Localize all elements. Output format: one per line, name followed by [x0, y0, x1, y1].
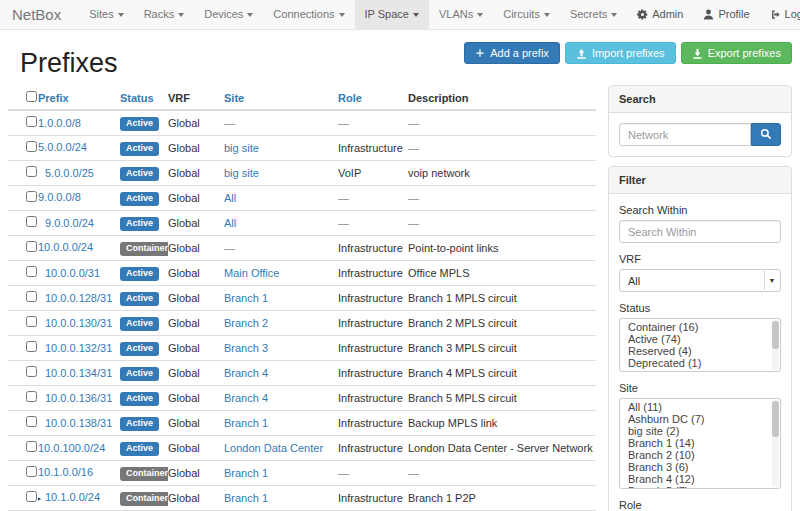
search-input[interactable]	[619, 123, 751, 146]
vrf-cell: Global	[168, 267, 200, 279]
prefix-link[interactable]: 10.0.0.136/31	[45, 392, 112, 404]
site-link[interactable]: Branch 4	[224, 367, 268, 379]
listbox-option[interactable]: Container (16)	[620, 321, 780, 333]
prefix-link[interactable]: 10.0.100.0/24	[38, 442, 105, 454]
site-link[interactable]: big site	[224, 142, 259, 154]
listbox-option[interactable]: Branch 1 (14)	[620, 437, 780, 449]
site-link[interactable]: Branch 1	[224, 417, 268, 429]
site-link[interactable]: Branch 1	[224, 492, 268, 504]
prefix-link[interactable]: 10.0.0.134/31	[45, 367, 112, 379]
row-checkbox[interactable]	[26, 141, 37, 152]
row-checkbox[interactable]	[26, 341, 37, 352]
table-row: ▸10.1.0.0/16ContainerGlobalBranch 1——	[8, 461, 596, 486]
search-button[interactable]	[751, 123, 781, 146]
filter-panel: Filter Search Within VRF All ▼ Status Co…	[608, 166, 792, 511]
nav-item-vlans[interactable]: VLANs	[429, 0, 493, 29]
row-checkbox[interactable]	[26, 391, 37, 402]
site-link[interactable]: Branch 1	[224, 467, 268, 479]
nav-item-secrets[interactable]: Secrets	[560, 0, 627, 29]
listbox-option[interactable]: Deprecated (1)	[620, 357, 780, 369]
site-link[interactable]: All	[224, 192, 236, 204]
listbox-option[interactable]: Reserved (4)	[620, 345, 780, 357]
site-link[interactable]: London Data Center	[224, 442, 323, 454]
row-checkbox[interactable]	[26, 316, 37, 327]
listbox-option[interactable]: Branch 2 (10)	[620, 449, 780, 461]
role-cell: Infrastructure	[338, 267, 403, 279]
scrollbar-thumb[interactable]	[772, 321, 779, 349]
listbox-option[interactable]: Branch 4 (12)	[620, 473, 780, 485]
prefix-link[interactable]: 10.0.0.138/31	[45, 417, 112, 429]
caret-down-icon	[339, 13, 345, 17]
prefix-link[interactable]: 10.0.0.132/31	[45, 342, 112, 354]
site-link[interactable]: Branch 2	[224, 317, 268, 329]
prefix-link[interactable]: 10.1.0.0/16	[38, 466, 93, 478]
site-link[interactable]: Branch 3	[224, 342, 268, 354]
row-checkbox[interactable]	[26, 466, 37, 477]
prefix-link[interactable]: 9.0.0.0/8	[38, 191, 81, 203]
site-link[interactable]: All	[224, 217, 236, 229]
column-header-status[interactable]: Status	[120, 88, 168, 110]
column-header-site[interactable]: Site	[224, 88, 338, 110]
nav-item-sites[interactable]: Sites	[79, 0, 133, 29]
role-cell: —	[338, 117, 349, 129]
vrf-cell: Global	[168, 117, 200, 129]
prefix-link[interactable]: 10.0.0.130/31	[45, 317, 112, 329]
prefix-link[interactable]: 5.0.0.0/24	[38, 141, 87, 153]
row-checkbox[interactable]	[26, 416, 37, 427]
nav-item-admin[interactable]: Admin	[627, 0, 693, 29]
row-checkbox[interactable]	[26, 191, 37, 202]
scrollbar-thumb[interactable]	[772, 401, 779, 437]
row-checkbox[interactable]	[26, 441, 37, 452]
nav-item-racks[interactable]: Racks	[134, 0, 195, 29]
listbox-option[interactable]: All (11)	[620, 401, 780, 413]
prefix-link[interactable]: 10.0.0.128/31	[45, 292, 112, 304]
app-brand[interactable]: NetBox	[12, 0, 71, 29]
row-checkbox[interactable]	[26, 266, 37, 277]
nav-item-ip-space[interactable]: IP Space	[355, 0, 429, 29]
prefix-link[interactable]: 10.0.0.0/31	[45, 267, 100, 279]
vrf-cell: Global	[168, 342, 200, 354]
prefix-link[interactable]: 5.0.0.0/25	[45, 167, 94, 179]
description-cell: Backup MPLS link	[408, 417, 497, 429]
site-link[interactable]: Branch 4	[224, 392, 268, 404]
listbox-option[interactable]: Ashburn DC (7)	[620, 413, 780, 425]
expand-arrow-icon[interactable]: ▸	[38, 492, 45, 506]
row-checkbox[interactable]	[26, 491, 37, 502]
row-checkbox[interactable]	[26, 291, 37, 302]
role-cell: —	[338, 217, 349, 229]
add-a-prefix-button[interactable]: Add a prefix	[464, 42, 560, 64]
listbox-option[interactable]: Branch 3 (6)	[620, 461, 780, 473]
nav-item-circuits[interactable]: Circuits	[493, 0, 560, 29]
row-checkbox[interactable]	[26, 216, 37, 227]
row-checkbox[interactable]	[26, 366, 37, 377]
listbox-option[interactable]: big site (2)	[620, 425, 780, 437]
status-badge: Active	[120, 392, 159, 406]
site-link[interactable]: Branch 1	[224, 292, 268, 304]
prefix-link[interactable]: 10.0.0.0/24	[38, 241, 93, 253]
row-checkbox[interactable]	[26, 166, 37, 177]
export-prefixes-button[interactable]: Export prefixes	[681, 42, 792, 64]
nav-item-profile[interactable]: Profile	[693, 0, 759, 29]
site-link[interactable]: big site	[224, 167, 259, 179]
search-panel: Search	[608, 85, 792, 157]
column-header-role[interactable]: Role	[338, 88, 408, 110]
prefix-link[interactable]: 9.0.0.0/24	[45, 217, 94, 229]
status-badge: Container	[120, 467, 168, 481]
nav-item-log-out[interactable]: Log out	[760, 0, 800, 29]
listbox-option[interactable]: Branch 5 (7)	[620, 485, 780, 489]
row-checkbox[interactable]	[26, 241, 37, 252]
site-link[interactable]: Main Office	[224, 267, 279, 279]
listbox-option[interactable]: Active (74)	[620, 333, 780, 345]
nav-item-connections[interactable]: Connections	[263, 0, 354, 29]
vrf-select[interactable]: All ▼	[619, 269, 781, 292]
prefix-link[interactable]: 1.0.0.0/8	[38, 117, 81, 129]
prefix-link[interactable]: 10.1.0.0/24	[45, 491, 100, 503]
caret-down-icon	[477, 13, 483, 17]
row-checkbox[interactable]	[26, 116, 37, 127]
nav-item-devices[interactable]: Devices	[194, 0, 263, 29]
status-badge: Active	[120, 292, 159, 306]
column-header-prefix[interactable]: Prefix	[38, 88, 120, 110]
search-within-input[interactable]	[619, 220, 781, 243]
select-all-checkbox[interactable]	[26, 91, 37, 102]
import-prefixes-button[interactable]: Import prefixes	[565, 42, 676, 64]
